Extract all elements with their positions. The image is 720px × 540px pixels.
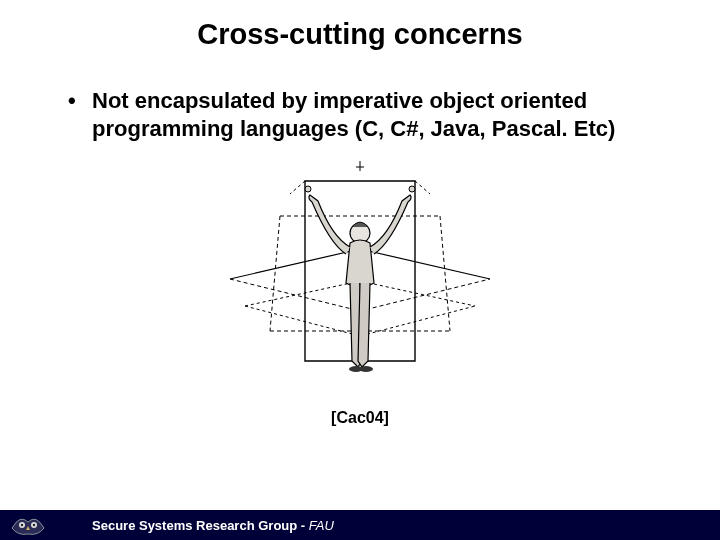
- slide-body: • Not encapsulated by imperative object …: [68, 87, 652, 427]
- svg-line-6: [415, 181, 430, 194]
- bullet-item: • Not encapsulated by imperative object …: [68, 87, 652, 143]
- figure-container: [68, 161, 652, 399]
- bullet-text: Not encapsulated by imperative object or…: [92, 87, 652, 143]
- svg-point-9: [409, 186, 415, 192]
- slide-title: Cross-cutting concerns: [0, 18, 720, 51]
- cross-cutting-planes-figure: [210, 161, 510, 399]
- bullet-marker: •: [68, 87, 92, 143]
- slide: Cross-cutting concerns • Not encapsulate…: [0, 18, 720, 540]
- figure-citation: [Cac04]: [68, 409, 652, 427]
- footer-text: Secure Systems Research Group - FAU: [92, 518, 334, 533]
- svg-point-11: [359, 366, 373, 372]
- footer-bar: Secure Systems Research Group - FAU: [0, 510, 720, 540]
- footer-org: FAU: [309, 518, 334, 533]
- svg-point-8: [305, 186, 311, 192]
- svg-point-15: [33, 524, 35, 526]
- svg-line-5: [290, 181, 305, 194]
- owl-logo-icon: [0, 510, 56, 540]
- footer-group-name: Secure Systems Research Group -: [92, 518, 309, 533]
- svg-point-14: [21, 524, 23, 526]
